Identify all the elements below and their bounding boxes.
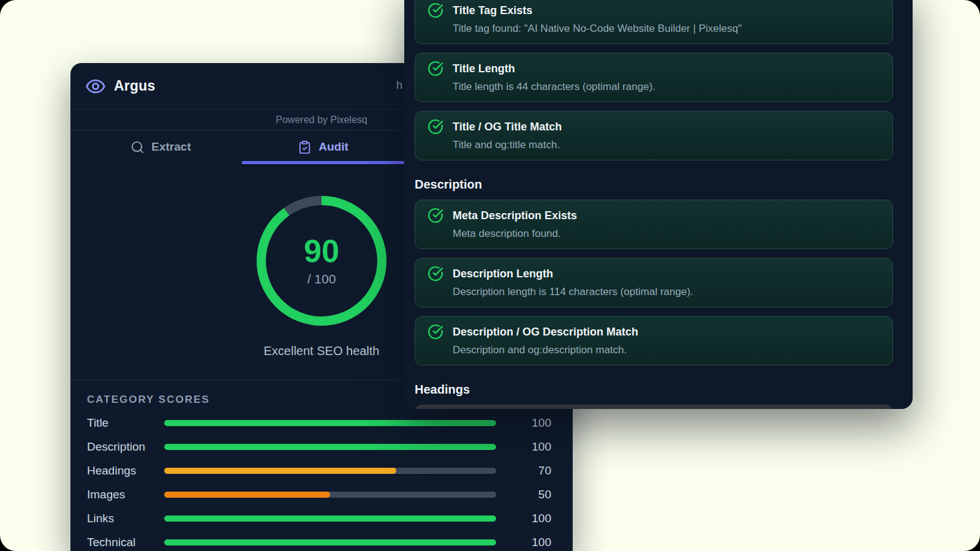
audit-check-card: Description / OG Description MatchDescri… [415, 316, 893, 365]
category-score-row: Links100 [70, 506, 573, 530]
audit-check-card: Title LengthTitle length is 44 character… [415, 53, 893, 102]
score-bar-fill [164, 515, 496, 522]
check-circle-icon [428, 2, 443, 18]
score-ring: 90 / 100 [257, 196, 386, 326]
cream-background: Argus h Powered by Pixelesq Extract [0, 0, 980, 551]
tab-audit[interactable]: Audit [242, 130, 404, 163]
audit-check-title: Title Tag Exists [453, 4, 532, 17]
score-bar-fill [164, 420, 496, 426]
category-score-row: Headings70 [70, 459, 573, 482]
app-title: Argus [114, 78, 155, 94]
audit-check-title: Description / OG Description Match [453, 326, 638, 339]
category-score-row: Technical100 [70, 530, 573, 551]
score-bar-fill [164, 468, 396, 474]
category-score-value: 70 [496, 464, 573, 478]
audit-check-card: Title Tag ExistsTitle tag found: "AI Nat… [415, 0, 893, 44]
search-icon [130, 140, 145, 154]
category-score-row: Description100 [70, 435, 573, 459]
category-score-value: 100 [496, 440, 573, 454]
score-bar-track [164, 468, 496, 474]
audit-section-heading: Headings [415, 383, 893, 397]
category-label: Links [70, 512, 164, 525]
check-circle-icon [428, 324, 443, 340]
score-bar-fill [164, 492, 330, 498]
audit-check-subtitle: Meta description found. [453, 228, 880, 240]
audit-check-subtitle: Description and og:description match. [453, 344, 880, 356]
audit-check-subtitle: Title length is 44 characters (optimal r… [453, 81, 880, 93]
audit-check-subtitle: Description length is 114 characters (op… [453, 286, 880, 298]
score-bar-track [164, 444, 496, 450]
category-label: Technical [70, 536, 164, 549]
category-score-row: Title100 [70, 411, 573, 435]
audit-check-card [415, 405, 893, 409]
page-url-fragment: h [396, 79, 402, 92]
category-label: Images [70, 488, 164, 501]
tab-extract[interactable]: Extract [80, 130, 242, 163]
check-circle-icon [428, 266, 443, 282]
category-scores-list: Title100Description100Headings70Images50… [70, 411, 573, 551]
audit-check-title: Title Length [453, 62, 515, 75]
tab-extract-label: Extract [151, 140, 190, 154]
category-scores-heading: CATEGORY SCORES [87, 394, 210, 406]
score-bar-fill [164, 539, 496, 545]
audit-check-subtitle: Title and og:title match. [453, 139, 880, 151]
category-label: Description [70, 440, 164, 454]
category-score-value: 100 [496, 536, 573, 549]
score-bar-fill [164, 444, 496, 450]
score-bar-track [164, 492, 496, 498]
check-circle-icon [428, 119, 443, 135]
category-label: Title [70, 416, 164, 430]
audit-check-card: Meta Description ExistsMeta description … [415, 200, 893, 249]
audit-results-panel[interactable]: Title Tag ExistsTitle tag found: "AI Nat… [404, 0, 913, 409]
clipboard-check-icon [298, 140, 312, 154]
audit-check-card: Title / OG Title MatchTitle and og:title… [415, 111, 893, 160]
check-circle-icon [428, 208, 443, 223]
check-circle-icon [428, 61, 443, 77]
brand: Argus [85, 76, 155, 97]
category-label: Headings [70, 464, 164, 478]
score-bar-track [164, 420, 496, 426]
audit-check-title: Description Length [453, 268, 553, 280]
score-bar-track [164, 515, 496, 522]
category-score-value: 100 [496, 512, 573, 525]
score-bar-track [164, 539, 496, 545]
audit-check-title: Title / OG Title Match [453, 121, 562, 133]
category-score-value: 100 [496, 416, 573, 430]
eye-icon [85, 76, 106, 97]
category-score-row: Images50 [70, 482, 573, 506]
audit-check-subtitle: Title tag found: "AI Native No-Code Webs… [453, 23, 880, 35]
audit-section-heading: Description [415, 178, 893, 192]
audit-check-card: Description LengthDescription length is … [415, 258, 893, 307]
category-score-value: 50 [496, 488, 573, 501]
powered-by-label: Powered by Pixelesq [276, 114, 367, 126]
audit-check-title: Meta Description Exists [453, 209, 577, 222]
seo-health-caption: Excellent SEO health [264, 344, 380, 358]
seo-score-denominator: / 100 [307, 272, 336, 287]
tab-audit-label: Audit [318, 140, 349, 154]
seo-score-value: 90 [304, 235, 339, 267]
